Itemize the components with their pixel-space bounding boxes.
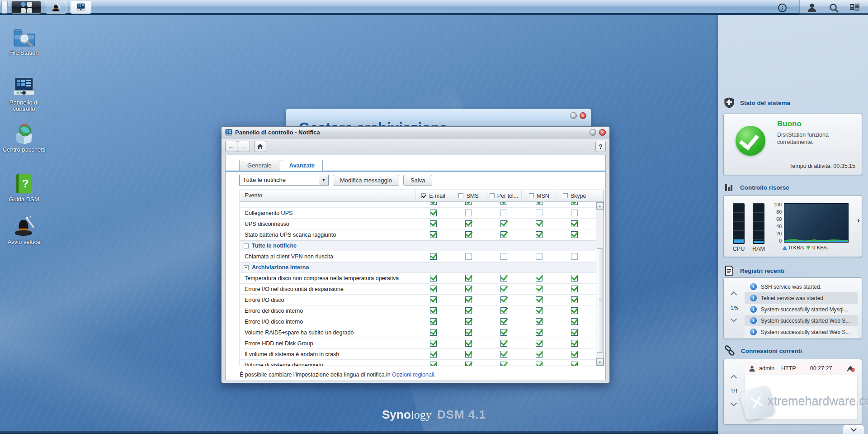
close-icon[interactable]: ✕ <box>580 112 586 119</box>
notification-checkbox[interactable] <box>500 202 507 205</box>
notification-checkbox[interactable] <box>571 286 578 292</box>
table-row[interactable]: Errore I/O disco interno <box>240 316 596 327</box>
help-button[interactable]: ? <box>595 141 606 152</box>
notification-checkbox[interactable] <box>430 286 437 292</box>
notification-checkbox[interactable] <box>536 318 542 325</box>
info-button[interactable]: i <box>777 2 788 13</box>
notification-checkbox[interactable] <box>536 362 542 366</box>
log-row[interactable]: i System successfully started Web S... <box>745 315 858 326</box>
notification-checkbox[interactable] <box>571 340 578 347</box>
table-row[interactable]: Volume RAID5+spare ha subito un degrado <box>240 327 596 338</box>
notification-checkbox[interactable] <box>465 318 472 325</box>
event-column-header[interactable]: Evento <box>240 190 415 201</box>
notification-checkbox[interactable] <box>536 202 542 205</box>
page-up-icon[interactable] <box>731 291 737 298</box>
tab-generale[interactable]: Generale <box>239 160 279 171</box>
regional-options-link[interactable]: Opzioni regionali <box>392 372 434 378</box>
notification-checkbox[interactable] <box>500 210 507 216</box>
scrollbar-thumb[interactable] <box>597 248 603 353</box>
notification-checkbox[interactable] <box>536 220 542 227</box>
notification-checkbox[interactable] <box>500 275 507 281</box>
notification-checkbox[interactable] <box>536 296 542 303</box>
widgets-toggle-button[interactable] <box>849 2 860 13</box>
notification-checkbox[interactable] <box>465 351 472 358</box>
notification-checkbox[interactable] <box>536 307 542 314</box>
notification-checkbox[interactable] <box>430 275 437 281</box>
notification-checkbox[interactable] <box>536 340 542 347</box>
notification-checkbox[interactable] <box>571 275 578 281</box>
notification-checkbox[interactable] <box>500 296 507 303</box>
taskbar-app-quick-start[interactable] <box>46 1 66 14</box>
notification-checkbox[interactable] <box>465 253 472 260</box>
notification-checkbox[interactable] <box>465 329 472 336</box>
tab-avanzate[interactable]: Avanzate <box>281 160 323 171</box>
channel-column-header[interactable]: SMS <box>451 190 486 201</box>
notification-checkbox[interactable] <box>430 231 437 238</box>
notification-checkbox[interactable] <box>430 296 437 303</box>
notification-checkbox[interactable] <box>430 351 437 358</box>
desktop-icon-control-panel[interactable]: Pannello di controllo <box>0 76 48 112</box>
notification-checkbox[interactable] <box>536 329 542 336</box>
notification-checkbox[interactable] <box>571 253 578 260</box>
notification-checkbox[interactable] <box>500 220 507 227</box>
desktop-icon-package-center[interactable]: Centro pacchetti <box>0 123 48 153</box>
notification-checkbox[interactable] <box>465 275 472 281</box>
channel-column-header[interactable]: Per tel... <box>486 190 521 201</box>
desktop-icon-quick-start[interactable]: Avvio veloce <box>0 215 48 245</box>
table-scrollbar[interactable]: ▲ ▼ <box>596 202 604 366</box>
channel-column-header[interactable]: MSN <box>521 190 557 201</box>
table-row[interactable]: Volume di sistema danneggiato <box>240 360 596 366</box>
save-button[interactable]: Salva <box>403 175 433 186</box>
table-group-row[interactable]: Tutte le notifiche <box>240 240 596 251</box>
table-row[interactable]: Stato batteria UPS scarica raggiunto <box>240 229 596 240</box>
notification-checkbox[interactable] <box>536 210 542 216</box>
notification-checkbox[interactable] <box>500 307 507 314</box>
show-desktop-button[interactable] <box>1 1 8 14</box>
notification-checkbox[interactable] <box>430 318 437 325</box>
notification-checkbox[interactable] <box>500 351 507 358</box>
notification-checkbox[interactable] <box>571 329 578 336</box>
close-icon[interactable]: ✕ <box>599 129 606 136</box>
notification-checkbox[interactable] <box>500 286 507 292</box>
column-checkbox[interactable] <box>490 193 495 198</box>
table-row[interactable]: Errore I/O nel disco unità di espansione <box>240 284 596 295</box>
notification-checkbox[interactable] <box>430 210 437 216</box>
forward-button[interactable]: → <box>238 141 250 152</box>
notification-checkbox[interactable] <box>500 253 507 260</box>
notification-checkbox[interactable] <box>465 362 472 366</box>
desktop-icon-file-station[interactable]: File Station <box>0 26 48 56</box>
notification-checkbox[interactable] <box>536 286 542 292</box>
table-row[interactable]: Errore HDD nel Disk Group <box>240 338 596 349</box>
minimize-button[interactable] <box>590 129 596 136</box>
log-row[interactable]: i SSH service was started. <box>745 281 858 292</box>
log-row[interactable]: i Telnet service was started. <box>745 292 858 304</box>
table-group-row[interactable]: Archiviazione interna <box>240 262 596 273</box>
disconnect-icon[interactable] <box>847 365 855 372</box>
table-row[interactable]: Temperatura disco non compresa nella tem… <box>240 273 596 284</box>
back-button[interactable]: ← <box>225 141 237 152</box>
notification-checkbox[interactable] <box>430 202 437 205</box>
table-row[interactable]: Il volume di sistema è andato in crash <box>240 349 596 360</box>
notification-checkbox[interactable] <box>430 307 437 314</box>
notification-checkbox[interactable] <box>571 220 578 227</box>
channel-column-header[interactable]: Skype <box>557 190 592 201</box>
notification-checkbox[interactable] <box>500 329 507 336</box>
table-row[interactable]: Chiamata al client VPN non riuscita <box>240 251 596 262</box>
notification-checkbox[interactable] <box>536 253 542 260</box>
notification-checkbox[interactable] <box>465 307 472 314</box>
notification-checkbox[interactable] <box>430 340 437 347</box>
notification-checkbox[interactable] <box>571 318 578 325</box>
main-menu-button[interactable] <box>11 1 41 14</box>
collapse-icon[interactable] <box>244 265 249 270</box>
minimize-button[interactable] <box>570 112 577 119</box>
notification-checkbox[interactable] <box>500 318 507 325</box>
notification-checkbox[interactable] <box>571 202 578 205</box>
widget-panel-collapse-button[interactable] <box>843 424 864 434</box>
log-row[interactable]: i System successfully started Mysql... <box>745 304 858 315</box>
desktop-icon-dsm-help[interactable]: ? Guida DSM <box>0 173 48 203</box>
notification-checkbox[interactable] <box>571 307 578 314</box>
notification-checkbox[interactable] <box>465 231 472 238</box>
log-row[interactable]: i System successfully started Web S... <box>745 326 858 338</box>
notification-checkbox[interactable] <box>571 210 578 216</box>
page-up-icon[interactable] <box>731 375 737 381</box>
